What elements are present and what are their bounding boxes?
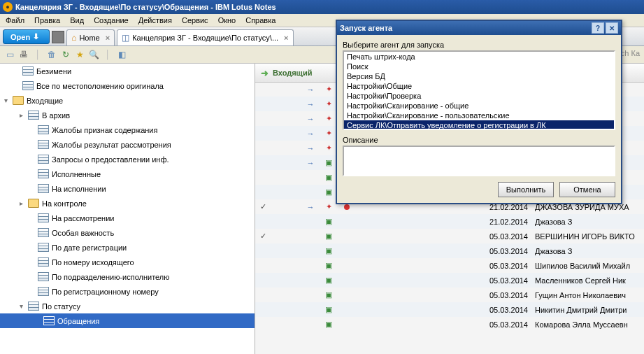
table-row[interactable]: ▣21.02.2014Джазова З bbox=[255, 214, 644, 229]
search-icon[interactable]: 🔍 bbox=[88, 49, 99, 60]
down-arrow-icon: ⬇ bbox=[33, 32, 39, 41]
tree-label: Все по местоположению оригинала bbox=[36, 82, 164, 90]
incoming-arrow-icon: ➜ bbox=[261, 68, 269, 78]
agent-list-item[interactable]: Настройки\Общие bbox=[344, 81, 614, 91]
home-icon: ⌂ bbox=[71, 33, 76, 43]
window-title: Канцелярия ЗГ - Входящие\По статусу\Обра… bbox=[15, 3, 276, 11]
agent-list-item[interactable]: Версия БД bbox=[344, 71, 614, 81]
tree-label: Безимени bbox=[36, 67, 71, 76]
table-row[interactable]: ✓▣05.03.2014ВЕРШИНИН ИГОРЬ ВИКТО bbox=[255, 229, 644, 243]
table-row[interactable]: ▣05.03.2014Джазова З bbox=[255, 243, 644, 258]
menu-create[interactable]: Создание bbox=[90, 16, 133, 24]
agent-list-item[interactable]: Настройки\Сканирование - пользовательски… bbox=[344, 111, 614, 120]
agent-list-item[interactable]: Печать штрих-кода bbox=[344, 52, 614, 62]
tree-label: Обращения bbox=[57, 317, 99, 325]
search-hint: ch Ка bbox=[621, 49, 640, 57]
run-agent-dialog: Запуск агента ? ✕ Выберите агент для зап… bbox=[336, 20, 622, 204]
description-box[interactable] bbox=[343, 146, 615, 176]
tree-label: Жалобы признак содержания bbox=[52, 126, 157, 134]
tab-home-label: Home bbox=[79, 34, 99, 42]
view-header-label: Входящий bbox=[273, 69, 312, 77]
tool-icon[interactable]: ◧ bbox=[116, 49, 127, 60]
tree-item-v-arhiv[interactable]: ▸В архив bbox=[0, 108, 255, 122]
tree-label: По подразделению-исполнителю bbox=[52, 273, 170, 281]
table-row[interactable]: ▣05.03.2014Шипилов Василий Михайл bbox=[255, 258, 644, 273]
tree-label: Жалобы результат рассмотрения bbox=[52, 141, 171, 149]
tab-document-label: Канцелярия ЗГ - Входящие\По статусу\... bbox=[132, 34, 278, 42]
tool-doc-icon[interactable]: ▭ bbox=[4, 49, 15, 60]
menu-file[interactable]: Файл bbox=[1, 16, 29, 24]
close-icon[interactable]: ✕ bbox=[606, 22, 618, 34]
table-row[interactable]: ▣05.03.2014Гущин Антон Николаевич bbox=[255, 288, 644, 302]
star-icon[interactable]: ★ bbox=[74, 49, 85, 60]
tree-label: По номеру исходящего bbox=[52, 258, 134, 267]
agent-list-item[interactable]: Настройки\Сканирование - общие bbox=[344, 101, 614, 111]
agent-list-item[interactable]: Сервис ЛК\Отправить уведомление о регист… bbox=[344, 120, 614, 130]
tree-label: На исполнении bbox=[52, 185, 106, 193]
agent-list-item[interactable]: Поиск bbox=[344, 62, 614, 71]
tree-label: По статусу bbox=[42, 302, 80, 311]
tree-label: По регистрационному номеру bbox=[52, 288, 159, 296]
tree-item-vhod[interactable]: ▾Входящие bbox=[0, 93, 255, 108]
document-icon: ◫ bbox=[122, 33, 129, 43]
menu-help[interactable]: Справка bbox=[241, 16, 280, 24]
tree-label: По дате регистрации bbox=[52, 243, 127, 252]
menu-edit[interactable]: Правка bbox=[30, 16, 64, 24]
dialog-title: Запуск агента bbox=[340, 24, 392, 32]
tree-label: Исполненные bbox=[52, 170, 101, 178]
tree-item-po-reg-nom[interactable]: По регистрационному номеру bbox=[0, 284, 255, 299]
tree-item-obrashcheniya[interactable]: Обращения bbox=[0, 313, 255, 328]
select-agent-label: Выберите агент для запуска bbox=[343, 41, 615, 49]
table-row[interactable]: ▣05.03.2014Никитин Дмитрий Дмитри bbox=[255, 302, 644, 317]
tree-item-po-statusu[interactable]: ▾По статусу bbox=[0, 299, 255, 313]
tab-document[interactable]: ◫ Канцелярия ЗГ - Входящие\По статусу\..… bbox=[117, 29, 293, 45]
tree-item-zaprosy[interactable]: Запросы о предоставлении инф. bbox=[0, 152, 255, 167]
dialog-body: Выберите агент для запуска Печать штрих-… bbox=[337, 35, 621, 203]
window-titlebar: ● Канцелярия ЗГ - Входящие\По статусу\Об… bbox=[0, 0, 644, 14]
menu-service[interactable]: Сервис bbox=[178, 16, 213, 24]
tab-home[interactable]: ⌂ Home × bbox=[66, 29, 115, 45]
agent-listbox[interactable]: Печать штрих-кодаПоискВерсия БДНастройки… bbox=[343, 50, 615, 130]
tree-item-zhaloby-rezult[interactable]: Жалобы результат рассмотрения bbox=[0, 137, 255, 152]
app-icon: ● bbox=[3, 2, 13, 12]
tree-item-na-rassm[interactable]: На рассмотрении bbox=[0, 211, 255, 225]
menu-actions[interactable]: Действия bbox=[134, 16, 176, 24]
menu-window[interactable]: Окно bbox=[214, 16, 241, 24]
tree-label: В архив bbox=[42, 111, 70, 120]
navigation-tree[interactable]: Безимени Все по местоположению оригинала… bbox=[0, 64, 255, 354]
tree-item-vse-po[interactable]: Все по местоположению оригинала bbox=[0, 78, 255, 93]
close-icon[interactable]: × bbox=[106, 34, 110, 42]
trash-icon[interactable]: 🗑 bbox=[46, 49, 57, 60]
menu-view[interactable]: Вид bbox=[66, 16, 88, 24]
separator: │ bbox=[32, 49, 43, 60]
refresh-icon[interactable]: ↻ bbox=[60, 49, 71, 60]
cancel-button[interactable]: Отмена bbox=[559, 182, 615, 197]
tree-item-po-nomeru-ish[interactable]: По номеру исходящего bbox=[0, 255, 255, 269]
tree-label: Особая важность bbox=[52, 229, 114, 237]
table-row[interactable]: ▣05.03.2014Комарова Элла Муссаевн bbox=[255, 317, 644, 332]
run-button[interactable]: Выполнить bbox=[498, 182, 554, 197]
nav-square-icon[interactable] bbox=[52, 31, 64, 43]
open-button-label: Open bbox=[10, 33, 30, 41]
tree-item-po-date[interactable]: По дате регистрации bbox=[0, 240, 255, 255]
table-row[interactable]: ▣05.03.2014Масленников Сергей Ник bbox=[255, 273, 644, 288]
tree-label: Входящие bbox=[27, 97, 63, 105]
tree-label: Запросы о предоставлении инф. bbox=[52, 155, 169, 164]
description-label: Описание bbox=[343, 136, 615, 144]
tree-item-zhaloby-prizn[interactable]: Жалобы признак содержания bbox=[0, 122, 255, 137]
tree-label: На контроле bbox=[42, 199, 87, 208]
open-button[interactable]: Open ⬇ bbox=[3, 29, 50, 44]
agent-list-item[interactable]: Настройки\Проверка bbox=[344, 91, 614, 101]
tree-item-na-kontrole[interactable]: ▸На контроле bbox=[0, 196, 255, 211]
tree-label: На рассмотрении bbox=[52, 214, 114, 222]
separator: │ bbox=[102, 49, 113, 60]
tree-item-na-ispoln[interactable]: На исполнении bbox=[0, 181, 255, 196]
tree-item-po-podrazd[interactable]: По подразделению-исполнителю bbox=[0, 269, 255, 284]
print-icon[interactable]: 🖶 bbox=[18, 49, 29, 60]
close-icon[interactable]: × bbox=[284, 34, 288, 42]
tree-item-ispolnennye[interactable]: Исполненные bbox=[0, 167, 255, 181]
tree-item-bezimeni[interactable]: Безимени bbox=[0, 64, 255, 78]
help-icon[interactable]: ? bbox=[592, 22, 604, 34]
dialog-titlebar[interactable]: Запуск агента ? ✕ bbox=[337, 21, 621, 35]
tree-item-osobaya[interactable]: Особая важность bbox=[0, 225, 255, 240]
